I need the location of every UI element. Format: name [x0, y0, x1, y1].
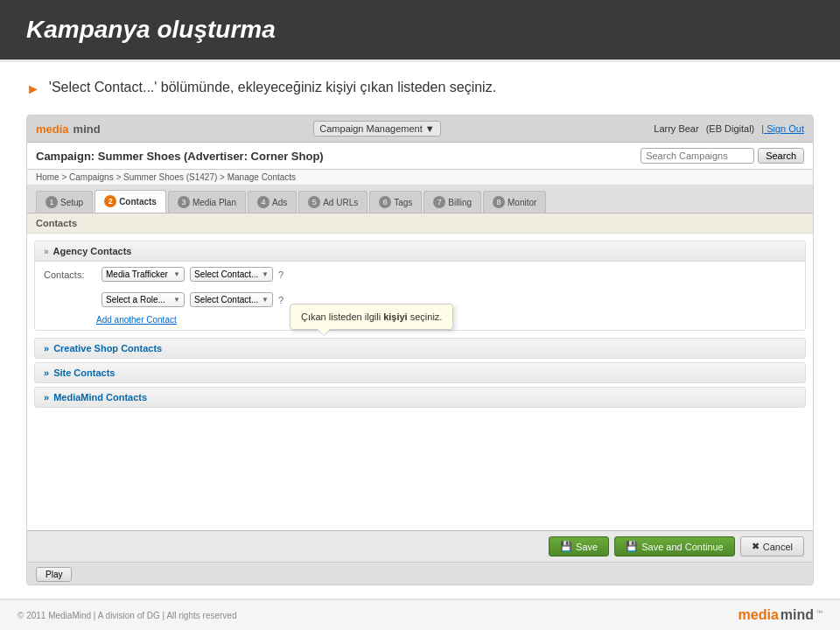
- tooltip-text-after: seçiniz.: [408, 312, 443, 322]
- save-button[interactable]: 💾 Save: [549, 536, 609, 556]
- creative-shop-header[interactable]: » Creative Shop Contacts: [35, 339, 805, 358]
- creative-shop-section: » Creative Shop Contacts: [34, 338, 806, 359]
- tab-monitor[interactable]: 8 Monitor: [483, 191, 546, 213]
- cancel-icon: ✖: [752, 541, 760, 552]
- footer-logo-media: media: [738, 607, 779, 623]
- tab-number-2: 2: [104, 195, 116, 207]
- footer-logo-tm: ™: [816, 609, 822, 617]
- site-contacts-label: Site Contacts: [53, 368, 115, 378]
- site-contacts-expand-icon: »: [44, 368, 49, 378]
- footer-text: © 2011 MediaMind | A division of DG | Al…: [18, 611, 236, 620]
- contact-dropdown-1[interactable]: Select Contact... ▼: [190, 267, 273, 282]
- client-name: (EB Digital): [706, 123, 755, 134]
- help-icon-1[interactable]: ?: [278, 270, 284, 280]
- role-dropdown-2[interactable]: Select a Role... ▼: [102, 292, 185, 307]
- dropdown-arrow-icon: ▼: [262, 296, 269, 304]
- tab-label-ads: Ads: [272, 198, 287, 207]
- save-continue-button[interactable]: 💾 Save and Continue: [614, 536, 735, 556]
- search-button[interactable]: Search: [758, 148, 804, 164]
- footer-logo: mediamind™: [738, 607, 822, 623]
- bullet-text: 'Select Contact...' bölümünde, ekleyeceğ…: [49, 80, 496, 95]
- help-icon-2[interactable]: ?: [278, 295, 284, 305]
- section-expand-icon: »: [44, 247, 49, 256]
- tab-number-7: 7: [433, 196, 445, 208]
- app-main: Çıkan listeden ilgili kişiyi seçiniz. » …: [27, 234, 813, 530]
- tab-tags[interactable]: 6 Tags: [369, 191, 422, 213]
- tab-label-setup: Setup: [60, 198, 83, 207]
- campaign-name: Campaign: Summer Shoes (Advertiser: Corn…: [36, 150, 324, 163]
- user-name: Larry Bear: [654, 123, 698, 134]
- contact-dropdown-2-value: Select Contact...: [194, 295, 258, 304]
- signout-link[interactable]: | Sign Out: [761, 123, 804, 134]
- campaign-management-dropdown[interactable]: Campaign Management ▼: [313, 121, 440, 136]
- tab-setup[interactable]: 1 Setup: [36, 191, 93, 213]
- dropdown-arrow-icon: ▼: [173, 270, 180, 278]
- contact-dropdown-2[interactable]: Select Contact... ▼: [190, 292, 273, 307]
- site-contacts-header[interactable]: » Site Contacts: [35, 363, 805, 382]
- mediamind-contacts-expand-icon: »: [44, 392, 49, 402]
- tooltip-bold-text: kişiyi: [383, 312, 408, 322]
- save-label: Save: [576, 542, 598, 552]
- campaign-title-bar: Campaign: Summer Shoes (Advertiser: Corn…: [27, 143, 813, 170]
- title-bar: Kampanya oluşturma: [0, 0, 840, 62]
- nav-center: Campaign Management ▼: [313, 121, 440, 136]
- logo-media: media: [36, 122, 69, 136]
- creative-shop-label: Creative Shop Contacts: [53, 343, 162, 354]
- logo-mind: mind: [74, 122, 101, 136]
- dropdown-arrow-icon: ▼: [262, 270, 269, 278]
- cancel-button[interactable]: ✖ Cancel: [740, 536, 804, 556]
- contacts-label: Contacts:: [44, 270, 96, 280]
- tab-media-plan[interactable]: 3 Media Plan: [168, 191, 246, 213]
- tab-label-contacts: Contacts: [119, 197, 157, 206]
- role-dropdown-1[interactable]: Media Trafficker ▼: [102, 267, 185, 282]
- tab-number-3: 3: [178, 196, 190, 208]
- cancel-label: Cancel: [763, 542, 793, 552]
- tab-label-ad-urls: Ad URLs: [323, 198, 358, 207]
- tab-label-tags: Tags: [394, 198, 412, 207]
- tooltip-bubble: Çıkan listeden ilgili kişiyi seçiniz.: [290, 304, 453, 330]
- breadcrumb: Home > Campaigns > Summer Shoes (S1427) …: [27, 170, 813, 186]
- mediamind-contacts-section: » MediaMind Contacts: [34, 387, 806, 408]
- app-footer: 💾 Save 💾 Save and Continue ✖ Cancel: [27, 530, 813, 562]
- site-contacts-section: » Site Contacts: [34, 362, 806, 383]
- bullet-item: ► 'Select Contact...' bölümünde, ekleyec…: [26, 80, 814, 97]
- page-footer: © 2011 MediaMind | A division of DG | Al…: [0, 598, 840, 630]
- section-header: Contacts: [27, 214, 813, 234]
- tab-label-billing: Billing: [448, 198, 472, 207]
- tab-billing[interactable]: 7 Billing: [424, 191, 481, 213]
- screenshot-frame: mediamind Campaign Management ▼ Larry Be…: [26, 115, 814, 585]
- play-button[interactable]: Play: [36, 567, 72, 582]
- bullet-arrow-icon: ►: [26, 81, 40, 97]
- save-disk-icon: 💾: [560, 541, 572, 552]
- tab-contacts[interactable]: 2 Contacts: [94, 190, 166, 213]
- tab-number-5: 5: [308, 196, 320, 208]
- role-dropdown-1-value: Media Trafficker: [106, 270, 168, 279]
- app-logo: mediamind: [36, 122, 101, 136]
- agency-contacts-header[interactable]: » Agency Contacts: [35, 242, 805, 262]
- agency-contacts-label: Agency Contacts: [53, 246, 132, 256]
- tab-ads[interactable]: 4 Ads: [248, 191, 297, 213]
- search-area: Search: [640, 148, 804, 164]
- tab-label-media-plan: Media Plan: [192, 198, 236, 207]
- play-bar: Play: [27, 562, 813, 584]
- content-area: ► 'Select Contact...' bölümünde, ekleyec…: [0, 62, 840, 598]
- save-continue-label: Save and Continue: [641, 542, 724, 552]
- tab-number-6: 6: [379, 196, 391, 208]
- creative-shop-expand-icon: »: [44, 343, 49, 354]
- tab-number-1: 1: [46, 196, 58, 208]
- role-dropdown-2-value: Select a Role...: [106, 295, 165, 304]
- save-continue-icon: 💾: [626, 541, 638, 552]
- mediamind-contacts-header[interactable]: » MediaMind Contacts: [35, 388, 805, 407]
- tooltip-text-before: Çıkan listeden ilgili: [301, 312, 383, 322]
- contacts-row-1: Contacts: Media Trafficker ▼ Select Cont…: [35, 262, 805, 287]
- tab-number-4: 4: [257, 196, 270, 208]
- dropdown-arrow-icon: ▼: [173, 296, 180, 304]
- tab-label-monitor: Monitor: [508, 198, 536, 207]
- contact-dropdown-1-value: Select Contact...: [194, 270, 258, 279]
- dropdown-arrow-icon: ▼: [425, 123, 435, 134]
- search-input[interactable]: [640, 148, 754, 164]
- tab-number-8: 8: [493, 196, 505, 208]
- tab-ad-urls[interactable]: 5 Ad URLs: [298, 191, 368, 213]
- slide-title: Kampanya oluşturma: [26, 16, 814, 44]
- mediamind-contacts-label: MediaMind Contacts: [53, 392, 147, 402]
